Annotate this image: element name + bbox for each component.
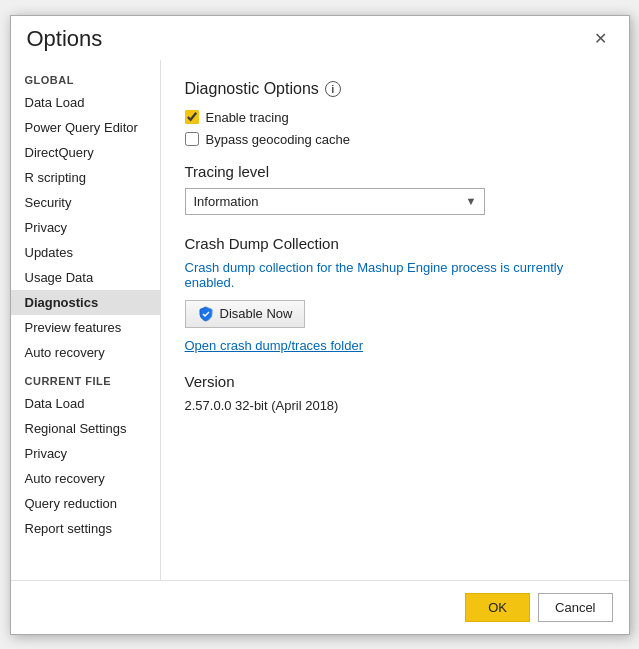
dialog-title: Options [27, 26, 103, 52]
bypass-geocoding-row: Bypass geocoding cache [185, 132, 605, 147]
global-section-label: GLOBAL [11, 64, 160, 90]
sidebar-item-diagnostics[interactable]: Diagnostics [11, 290, 160, 315]
sidebar-item-updates[interactable]: Updates [11, 240, 160, 265]
sidebar-item-cf-auto-recovery[interactable]: Auto recovery [11, 466, 160, 491]
tracing-level-select[interactable]: Verbose Information Warning Error [185, 188, 485, 215]
diagnostic-options-label: Diagnostic Options [185, 80, 319, 98]
options-dialog: Options ✕ GLOBAL Data Load Power Query E… [10, 15, 630, 635]
disable-now-label: Disable Now [220, 306, 293, 321]
main-panel: Diagnostic Options i Enable tracing Bypa… [161, 60, 629, 580]
bypass-geocoding-checkbox[interactable] [185, 132, 199, 146]
tracing-level-title: Tracing level [185, 163, 605, 180]
version-number: 2.57.0.0 32-bit (April 2018) [185, 398, 605, 413]
shield-icon [198, 306, 214, 322]
dialog-footer: OK Cancel [11, 580, 629, 634]
sidebar: GLOBAL Data Load Power Query Editor Dire… [11, 60, 161, 580]
sidebar-item-report-settings[interactable]: Report settings [11, 516, 160, 541]
title-bar: Options ✕ [11, 16, 629, 60]
close-button[interactable]: ✕ [588, 27, 613, 50]
enable-tracing-row: Enable tracing [185, 110, 605, 125]
current-file-section-label: CURRENT FILE [11, 365, 160, 391]
dialog-body: GLOBAL Data Load Power Query Editor Dire… [11, 60, 629, 580]
tracing-level-select-wrapper: Verbose Information Warning Error ▼ [185, 188, 485, 215]
sidebar-item-direct-query[interactable]: DirectQuery [11, 140, 160, 165]
sidebar-item-auto-recovery-global[interactable]: Auto recovery [11, 340, 160, 365]
sidebar-item-cf-privacy[interactable]: Privacy [11, 441, 160, 466]
enable-tracing-checkbox[interactable] [185, 110, 199, 124]
version-title: Version [185, 373, 605, 390]
crash-dump-section: Crash Dump Collection Crash dump collect… [185, 235, 605, 353]
crash-dump-title: Crash Dump Collection [185, 235, 605, 252]
cancel-button[interactable]: Cancel [538, 593, 612, 622]
enable-tracing-label[interactable]: Enable tracing [206, 110, 289, 125]
sidebar-item-security[interactable]: Security [11, 190, 160, 215]
version-section: Version 2.57.0.0 32-bit (April 2018) [185, 373, 605, 413]
sidebar-item-query-reduction[interactable]: Query reduction [11, 491, 160, 516]
crash-dump-desc: Crash dump collection for the Mashup Eng… [185, 260, 605, 290]
bypass-geocoding-label[interactable]: Bypass geocoding cache [206, 132, 351, 147]
open-folder-link[interactable]: Open crash dump/traces folder [185, 338, 363, 353]
info-icon: i [325, 81, 341, 97]
sidebar-item-data-load[interactable]: Data Load [11, 90, 160, 115]
disable-now-button[interactable]: Disable Now [185, 300, 306, 328]
sidebar-item-r-scripting[interactable]: R scripting [11, 165, 160, 190]
sidebar-item-power-query-editor[interactable]: Power Query Editor [11, 115, 160, 140]
ok-button[interactable]: OK [465, 593, 530, 622]
sidebar-item-regional-settings[interactable]: Regional Settings [11, 416, 160, 441]
sidebar-item-privacy[interactable]: Privacy [11, 215, 160, 240]
sidebar-item-usage-data[interactable]: Usage Data [11, 265, 160, 290]
diagnostic-options-title: Diagnostic Options i [185, 80, 605, 98]
sidebar-item-preview-features[interactable]: Preview features [11, 315, 160, 340]
sidebar-item-cf-data-load[interactable]: Data Load [11, 391, 160, 416]
